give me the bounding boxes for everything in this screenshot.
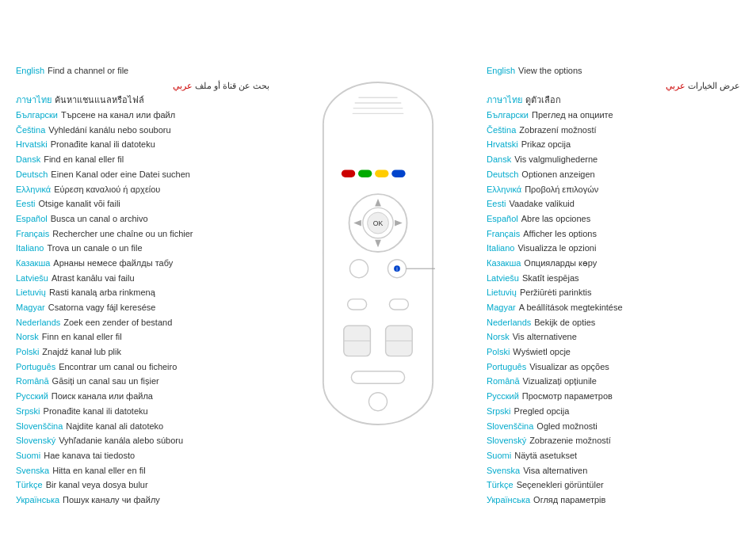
lang-text: Hitta en kanal eller en fil: [52, 463, 145, 478]
lang-text: Опцияларды көру: [524, 256, 597, 271]
remote-container: OK i: [269, 63, 487, 444]
lang-label: Español: [487, 211, 518, 227]
lang-label: Čeština: [16, 123, 45, 138]
lang-row-7: DeutschEinen Kanal oder eine Datei suche…: [16, 167, 269, 182]
svg-rect-13: [375, 169, 388, 177]
lang-label: Español: [16, 211, 48, 227]
lang-row-5: HrvatskiPrikaz opcija: [487, 137, 740, 152]
lang-text: Bekijk de opties: [534, 315, 595, 330]
lang-label: Italiano: [16, 241, 44, 256]
lang-label: Suomi: [487, 448, 511, 463]
lang-text: Поиск канала или файла: [52, 389, 153, 404]
lang-text: ค้นหาแชนแนลหรือไฟล์: [55, 93, 144, 108]
lang-label: Nederlands: [487, 315, 531, 330]
lang-row-14: LatviešuAtrast kanālu vai failu: [16, 271, 269, 286]
svg-point-23: [349, 260, 368, 278]
lang-text: Арнаны немесе файлды табу: [53, 256, 173, 271]
lang-label: Slovenščina: [16, 419, 63, 434]
lang-text: Einen Kanal oder eine Datei suchen: [51, 167, 190, 182]
lang-label: Svenska: [487, 463, 520, 478]
lang-row-14: LatviešuSkatīt iespējas: [487, 271, 740, 286]
lang-text: Find en kanal eller fil: [44, 152, 124, 167]
lang-text: Trova un canale o un file: [47, 241, 142, 256]
lang-row-3: БългарскиТърсене на канал или файл: [16, 108, 269, 123]
lang-label: ภาษาไทย: [16, 93, 52, 108]
lang-label: Ελληνικά: [487, 182, 521, 197]
lang-label: Eesti: [487, 196, 506, 211]
lang-label: Latviešu: [16, 271, 48, 286]
lang-label: Čeština: [487, 123, 516, 138]
lang-text: Просмотр параметров: [522, 389, 613, 404]
lang-row-18: NorskFinn en kanal eller fil: [16, 329, 269, 345]
lang-text: Εύρεση καναλιού ή αρχείου: [54, 182, 160, 197]
lang-text: Seçenekleri görüntüler: [517, 478, 604, 493]
lang-row-0: EnglishFind a channel or file: [16, 63, 269, 78]
lang-row-5: HrvatskiPronađite kanal ili datoteku: [16, 137, 269, 152]
lang-text: Vis valgmulighederne: [514, 152, 598, 167]
lang-text: Visualizar as opções: [529, 360, 609, 375]
lang-text: Zoek een zender of bestand: [63, 315, 172, 330]
svg-rect-14: [391, 169, 405, 177]
lang-text: Огляд параметрів: [533, 493, 605, 508]
lang-label: Slovenský: [16, 433, 55, 448]
lang-row-22: РусскийПоиск канала или файла: [16, 389, 269, 404]
left-column: EnglishFind a channel or fileبحث عن قناة…: [16, 63, 269, 508]
lang-text: Zobrazení možností: [519, 123, 596, 138]
lang-row-23: SrpskiPronađite kanal ili datoteku: [16, 404, 269, 419]
lang-row-10: EspañolBusca un canal o archivo: [16, 211, 269, 227]
lang-text: Vis alternativene: [513, 329, 577, 345]
lang-label: ภาษาไทย: [487, 93, 522, 108]
lang-label: Slovenščina: [487, 419, 533, 434]
lang-text: Търсене на канал или файл: [61, 108, 175, 123]
lang-label: Norsk: [16, 329, 39, 345]
lang-text: Προβολή επιλογών: [525, 182, 598, 197]
svg-rect-4: [323, 124, 433, 383]
lang-text: Vizualizați opțiunile: [523, 374, 597, 389]
lang-row-17: NederlandsBekijk de opties: [487, 315, 740, 330]
lang-text: A beállítások megtekintése: [519, 300, 623, 315]
lang-text-arabic: بحث عن قناة أو ملف: [195, 81, 269, 90]
lang-text: Găsiți un canal sau un fișier: [52, 374, 159, 389]
lang-row-22: РусскийПросмотр параметров: [487, 389, 740, 404]
lang-label: Norsk: [487, 329, 510, 345]
lang-text: Ogled možnosti: [536, 419, 597, 434]
lang-label: Polski: [16, 345, 39, 360]
lang-label: Lietuvių: [16, 285, 46, 300]
lang-row-17: NederlandsZoek een zender of bestand: [16, 315, 269, 330]
lang-label: Português: [16, 360, 55, 375]
lang-label: Deutsch: [487, 167, 518, 182]
lang-label: Latviešu: [487, 271, 519, 286]
lang-text: Vyhledání kanálu nebo souboru: [48, 123, 170, 138]
lang-text: Prikaz opcija: [521, 137, 571, 152]
lang-text: Rasti kanalą arba rinkmеną: [49, 285, 155, 300]
lang-label: Srpski: [16, 404, 40, 419]
lang-text: View the options: [518, 63, 582, 78]
lang-row-28: TürkçeSeçenekleri görüntüler: [487, 478, 740, 493]
svg-point-35: [368, 393, 387, 411]
lang-row-20: PortuguêsVisualizar as opções: [487, 360, 740, 375]
lang-text: Zobrazenie možností: [529, 433, 611, 448]
lang-row-24: SlovenščinaNajdite kanal ali datoteko: [16, 419, 269, 434]
lang-row-15: LietuviųRasti kanalą arba rinkmеną: [16, 285, 269, 300]
lang-text: Znajdź kanał lub plik: [42, 345, 121, 360]
lang-label: Казакша: [16, 256, 50, 271]
lang-text: Csatorna vagy fájl keresése: [48, 300, 156, 315]
lang-row-4: ČeštinaVyhledání kanálu nebo souboru: [16, 123, 269, 138]
lang-text: Peržiūrėti parinktis: [520, 285, 591, 300]
lang-row-25: SlovenskýVyhľadanie kanála alebo súboru: [16, 433, 269, 448]
lang-row-19: PolskiZnajdź kanał lub plik: [16, 345, 269, 360]
lang-label: Türkçe: [16, 478, 43, 493]
lang-text: Pronađite kanal ili datoteku: [51, 137, 155, 152]
lang-label: Казакша: [487, 256, 521, 271]
svg-rect-29: [389, 299, 408, 310]
lang-row-6: DanskFind en kanal eller fil: [16, 152, 269, 167]
lang-row-20: PortuguêsEncontrar um canal ou ficheiro: [16, 360, 269, 375]
lang-label: Türkçe: [487, 478, 514, 493]
lang-label: Dansk: [487, 152, 511, 167]
lang-label: Svenska: [16, 463, 49, 478]
lang-text: Visualizza le opzioni: [517, 241, 596, 256]
lang-row-arabic-1: بحث عن قناة أو ملف عربي: [16, 78, 269, 93]
lang-label: Українська: [16, 493, 59, 508]
lang-label-arabic: عربي: [173, 81, 193, 90]
lang-row-8: ΕλληνικάΕύρεση καναλιού ή αρχείου: [16, 182, 269, 197]
